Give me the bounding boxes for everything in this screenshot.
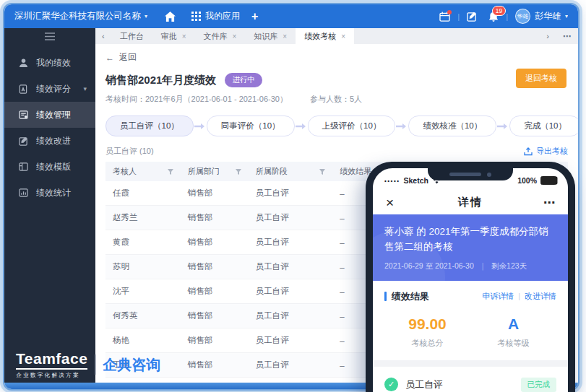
brand-tagline: 企业数字化解决方案 bbox=[16, 372, 87, 379]
sidebar-item-template[interactable]: 绩效模版 bbox=[4, 154, 95, 180]
sidebar-item-label: 绩效统计 bbox=[36, 187, 71, 199]
workflow-steps: 员工自评（10） 同事评价（10） 上级评价（10） 绩效核准（10） 完成（1… bbox=[105, 116, 568, 136]
assessment-dates: 2021-06-29 至 2021-06-30 bbox=[384, 261, 474, 270]
tab-approval[interactable]: 审批 × bbox=[152, 28, 195, 44]
assessment-title: 蒋小蓉 的 2021年第一季度成都分部销售第二组的考核 bbox=[384, 225, 556, 255]
section-title: 绩效结果 bbox=[392, 290, 429, 303]
filter-funnel-icon[interactable] bbox=[236, 169, 241, 175]
sidebar-item-label: 绩效模版 bbox=[36, 161, 71, 173]
user-menu[interactable]: 华雄 彭华雄 ▾ bbox=[515, 9, 568, 24]
tabs-scroll-left[interactable]: ‹ bbox=[95, 28, 111, 44]
company-switcher[interactable]: 深圳汇聚华企科技有限公司名称 ▾ bbox=[14, 10, 147, 22]
more-icon[interactable]: ⋯ bbox=[543, 196, 555, 209]
sidebar-collapse-button[interactable] bbox=[4, 28, 95, 44]
assessment-meta: 考核时间：2021年6月（2021-06-01 - 2021-06-30） 参与… bbox=[105, 94, 568, 105]
status-badge: 进行中 bbox=[225, 73, 262, 87]
close-icon[interactable]: × bbox=[233, 32, 237, 40]
user-name: 彭华雄 bbox=[535, 10, 561, 22]
back-button[interactable]: ← 返回 bbox=[105, 44, 149, 64]
logo-divider bbox=[95, 354, 96, 375]
tab-workbench[interactable]: 工作台 bbox=[111, 28, 152, 44]
bar-chart-icon bbox=[19, 188, 29, 197]
carrier-name: Sketch bbox=[404, 176, 428, 185]
close-icon[interactable]: × bbox=[386, 196, 394, 209]
step-complete[interactable]: 完成（10） bbox=[509, 116, 579, 136]
filter-funnel-icon[interactable] bbox=[319, 169, 325, 175]
sidebar-item-label: 绩效评分 bbox=[36, 83, 71, 95]
stage-label: 员工自评 (10) bbox=[105, 146, 154, 157]
chevron-down-icon: ▾ bbox=[83, 85, 87, 92]
step-approval[interactable]: 绩效核准（10） bbox=[408, 116, 496, 136]
manage-card-icon bbox=[19, 110, 29, 119]
my-apps-menu[interactable]: 我的应用 bbox=[191, 10, 240, 22]
calendar-alert-dot bbox=[447, 10, 452, 14]
grade-label: 考核等级 bbox=[470, 338, 556, 349]
step-arrow-icon bbox=[194, 123, 207, 130]
home-icon[interactable] bbox=[165, 12, 176, 22]
close-icon[interactable]: × bbox=[341, 32, 345, 40]
tab-performance-review[interactable]: 绩效考核 × bbox=[296, 28, 354, 44]
sidebar-item-statistics[interactable]: 绩效统计 bbox=[4, 180, 95, 206]
sidebar-item-label: 绩效改进 bbox=[36, 135, 71, 147]
partner-name: 企典咨询 bbox=[103, 355, 160, 375]
export-assessment-link[interactable]: 导出考核 bbox=[524, 146, 568, 157]
sidebar-item-score[interactable]: 绩效评分 ▾ bbox=[4, 76, 95, 102]
meta-time: 考核时间：2021年6月（2021-06-01 - 2021-06-30） bbox=[105, 95, 288, 103]
add-app-button[interactable]: + bbox=[251, 10, 258, 23]
step-arrow-icon bbox=[395, 123, 408, 130]
days-remaining: 剩余123天 bbox=[491, 261, 527, 270]
mobile-preview-phone: ••••• Sketch 100% × 详情 ⋯ 蒋小蓉 的 2021年第一季度… bbox=[366, 162, 575, 392]
review-timeline: ✓ 员工自评 已完成 蒋 蒋小蓉 ✓ 上级评价 已完成 王 王妮 bbox=[373, 367, 568, 392]
edit-square-icon bbox=[19, 136, 29, 146]
step-peer-review[interactable]: 同事评价（10） bbox=[207, 116, 295, 136]
tab-bar: ‹ 工作台 审批 × 文件库 × 知识库 × 绩效考核 × › ⋯ bbox=[95, 28, 578, 44]
phone-page-title: 详情 bbox=[458, 196, 483, 209]
phone-speaker bbox=[449, 173, 481, 176]
notifications-bell-icon[interactable]: 19 bbox=[488, 11, 499, 22]
top-bar: 深圳汇聚华企科技有限公司名称 ▾ 我的应用 + | 19 bbox=[4, 4, 578, 28]
section-accent-bar bbox=[384, 292, 387, 301]
phone-camera bbox=[487, 173, 491, 177]
filter-funnel-icon[interactable] bbox=[168, 169, 173, 175]
performance-result-section: 绩效结果 申诉详情|改进详情 99.00 考核总分 A 考核等级 bbox=[373, 281, 568, 360]
step-superior-review[interactable]: 上级评价（10） bbox=[308, 116, 396, 136]
brand-name: Teamface bbox=[16, 350, 87, 370]
battery-icon bbox=[540, 176, 556, 185]
chevron-down-icon: ▾ bbox=[145, 13, 147, 19]
section-divider bbox=[373, 360, 568, 367]
notification-badge: 19 bbox=[492, 6, 506, 16]
sidebar-item-manage[interactable]: 绩效管理 bbox=[4, 102, 95, 128]
sidebar-item-my-performance[interactable]: 我的绩效 bbox=[4, 50, 95, 76]
sidebar: 我的绩效 绩效评分 ▾ 绩效管理 绩效改进 bbox=[4, 28, 95, 383]
compose-icon[interactable] bbox=[467, 12, 477, 22]
page-title: 销售部2021年月度绩效 bbox=[105, 74, 216, 87]
step-self-review[interactable]: 员工自评（10） bbox=[105, 116, 194, 136]
step-arrow-icon bbox=[295, 123, 308, 130]
grade-value: A bbox=[470, 315, 556, 333]
sidebar-item-improve[interactable]: 绩效改进 bbox=[4, 128, 95, 154]
step-arrow-icon bbox=[496, 123, 509, 130]
tabs-more-icon[interactable]: ⋯ bbox=[556, 32, 578, 41]
total-score-label: 考核总分 bbox=[384, 338, 470, 349]
check-circle-icon: ✓ bbox=[384, 378, 398, 391]
sidebar-item-label: 绩效管理 bbox=[36, 109, 71, 121]
tab-files[interactable]: 文件库 × bbox=[195, 28, 246, 44]
appeal-detail-link[interactable]: 申诉详情 bbox=[482, 292, 514, 300]
return-assessment-button[interactable]: 退回考核 bbox=[516, 69, 566, 88]
apps-label: 我的应用 bbox=[205, 10, 240, 22]
calendar-icon[interactable] bbox=[439, 12, 450, 22]
tab-knowledge[interactable]: 知识库 × bbox=[245, 28, 296, 44]
completed-badge: 已完成 bbox=[521, 378, 557, 392]
export-icon bbox=[524, 147, 533, 156]
improve-detail-link[interactable]: 改进详情 bbox=[525, 292, 556, 300]
phone-notch bbox=[428, 168, 513, 180]
score-sheet-icon bbox=[19, 84, 29, 94]
meta-people: 参与人数：5人 bbox=[310, 95, 362, 103]
sidebar-item-label: 我的绩效 bbox=[36, 57, 71, 69]
close-icon[interactable]: × bbox=[182, 32, 186, 40]
avatar: 华雄 bbox=[515, 9, 530, 24]
tabs-scroll-right[interactable]: › bbox=[540, 32, 556, 40]
arrow-left-icon: ← bbox=[105, 53, 114, 63]
close-icon[interactable]: × bbox=[283, 32, 287, 40]
chevron-down-icon: ▾ bbox=[565, 13, 568, 19]
